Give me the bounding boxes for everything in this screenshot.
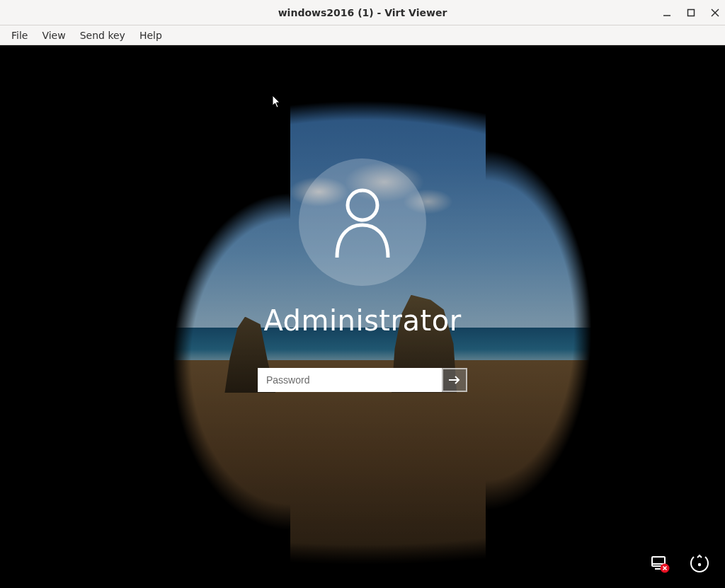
login-username: Administrator	[263, 304, 461, 337]
menu-view[interactable]: View	[35, 27, 72, 44]
user-avatar	[299, 158, 426, 286]
guest-viewport[interactable]: Administrator	[0, 45, 725, 588]
network-disconnected-icon	[650, 554, 670, 574]
svg-point-12	[698, 563, 701, 566]
utility-row	[649, 553, 711, 575]
menu-sendkey[interactable]: Send key	[73, 27, 132, 44]
ease-of-access-icon	[690, 554, 709, 574]
app-window: windows2016 (1) - Virt Viewer File View …	[0, 0, 725, 588]
menu-file[interactable]: File	[4, 27, 35, 44]
minimize-button[interactable]	[661, 7, 673, 18]
submit-button[interactable]	[442, 368, 467, 392]
svg-point-4	[348, 190, 377, 220]
svg-rect-1	[688, 10, 695, 16]
window-controls	[661, 0, 721, 25]
ease-of-access-button[interactable]	[688, 553, 711, 575]
maximize-icon	[687, 8, 695, 17]
maximize-button[interactable]	[685, 7, 697, 18]
titlebar[interactable]: windows2016 (1) - Virt Viewer	[0, 0, 725, 25]
password-row	[258, 368, 467, 392]
window-title: windows2016 (1) - Virt Viewer	[0, 7, 725, 18]
user-avatar-icon	[330, 187, 395, 258]
network-button[interactable]	[649, 553, 671, 575]
close-icon	[711, 8, 719, 17]
minimize-icon	[663, 8, 671, 17]
login-panel: Administrator	[214, 158, 511, 392]
arrow-right-icon	[448, 375, 461, 385]
menubar: File View Send key Help	[0, 25, 725, 45]
close-button[interactable]	[709, 7, 721, 18]
menu-help[interactable]: Help	[132, 27, 169, 44]
password-input[interactable]	[258, 368, 442, 392]
